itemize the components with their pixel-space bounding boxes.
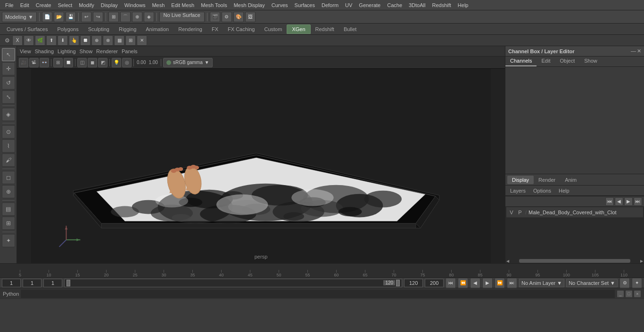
vp-shadow-btn[interactable]: 💡 — [112, 58, 121, 67]
menu-mesh-tools[interactable]: Mesh Tools — [198, 1, 230, 9]
channel-tab-object[interactable]: Object — [555, 57, 579, 66]
vp-grid-btn[interactable]: ⊞ — [53, 58, 63, 67]
save-scene-btn[interactable]: 💾 — [66, 12, 76, 22]
snap-curve-btn[interactable]: ⌒ — [120, 12, 131, 22]
component-btn[interactable]: ⊕ — [2, 185, 15, 198]
pb-step-fwd-btn[interactable]: ⏩ — [495, 278, 505, 288]
vp-menu-show[interactable]: Show — [80, 49, 93, 54]
vp-ao-btn[interactable]: ◎ — [122, 58, 132, 67]
display-sub-options[interactable]: Options — [530, 187, 554, 194]
char-set-extra-btn[interactable]: ✦ — [632, 278, 642, 288]
xgen-icon-9[interactable]: ⊗ — [103, 35, 113, 46]
menu-mesh-display[interactable]: Mesh Display — [231, 1, 268, 9]
viewport-render-btn[interactable]: 🖼 — [245, 12, 256, 22]
pb-go-start-btn[interactable]: ⏮ — [446, 278, 456, 288]
layer-scroll-right-btn[interactable]: ▶ — [639, 259, 644, 263]
pb-play-fwd-btn[interactable]: ▶ — [482, 278, 493, 288]
display-tab-anim[interactable]: Anim — [560, 176, 581, 184]
menu-create[interactable]: Create — [33, 1, 55, 9]
menu-windows[interactable]: Windows — [121, 1, 149, 9]
anim-end-val[interactable]: 200 — [425, 279, 444, 287]
layer-go-start-btn[interactable]: ⏮ — [605, 197, 614, 206]
vp-stereo-btn[interactable]: 👓 — [40, 58, 49, 67]
vp-cam-btn[interactable]: 🎥 — [19, 58, 28, 67]
tab-polygons[interactable]: Polygons — [52, 25, 83, 33]
xgen-icon-11[interactable]: ⊞ — [125, 35, 136, 46]
vp-smooth-btn[interactable]: ◼ — [88, 58, 97, 67]
tab-sculpting[interactable]: Sculpting — [83, 25, 114, 33]
menu-redshift[interactable]: Redshift — [429, 1, 454, 9]
xgen-icon-12[interactable]: ✕ — [137, 35, 147, 46]
tab-bullet[interactable]: Bullet — [339, 25, 362, 33]
display-tab-display[interactable]: Display — [507, 176, 534, 184]
xgen-icon-8[interactable]: ⊕ — [91, 35, 102, 46]
xgen-settings-icon[interactable]: ⚙ — [2, 35, 12, 46]
anim-layer-btn[interactable]: ⊞ — [2, 217, 15, 230]
xgen-icon-5[interactable]: ⬇ — [58, 35, 68, 46]
start-frame-field[interactable]: 1 — [23, 279, 41, 287]
select-tool-btn[interactable]: ↖ — [2, 48, 15, 61]
tab-fx[interactable]: FX — [207, 25, 223, 33]
open-scene-btn[interactable]: 📂 — [54, 12, 64, 22]
display-layer-btn[interactable]: ▤ — [2, 202, 15, 216]
menu-mesh[interactable]: Mesh — [149, 1, 168, 9]
soft-select-btn[interactable]: ⊙ — [2, 125, 15, 138]
menu-3dtotall[interactable]: 3DtoAll — [405, 1, 429, 9]
menu-help[interactable]: Help — [454, 1, 472, 9]
win-minimize-btn[interactable]: _ — [617, 290, 624, 298]
xgen-icon-7[interactable]: 🔲 — [80, 35, 91, 46]
xgen-tool-btn[interactable]: ✦ — [2, 234, 15, 247]
menu-display[interactable]: Display — [98, 1, 121, 9]
xgen-icon-10[interactable]: ▦ — [114, 35, 124, 46]
hypershade-btn[interactable]: 🎨 — [233, 12, 244, 22]
snap-to-poly-btn[interactable]: ◻ — [2, 171, 15, 184]
win-close-btn[interactable]: × — [634, 290, 641, 298]
live-surface-btn[interactable]: No Live Surface — [159, 12, 205, 22]
rotate-tool-btn[interactable]: ↺ — [2, 76, 15, 89]
menu-cache[interactable]: Cache — [384, 1, 405, 9]
tab-redshift[interactable]: Redshift — [311, 25, 339, 33]
win-maximize-btn[interactable]: □ — [625, 290, 633, 298]
vp-menu-lighting[interactable]: Lighting — [58, 49, 76, 54]
pb-step-back-btn[interactable]: ⏪ — [458, 278, 468, 288]
layer-h-thumb[interactable] — [519, 259, 630, 263]
xgen-icon-3[interactable]: 🌿 — [35, 35, 45, 46]
viewport[interactable]: View Shading Lighting Show Renderer Pane… — [17, 46, 505, 263]
snap-grid-btn[interactable]: ⊞ — [108, 12, 119, 22]
xgen-icon-1[interactable]: X — [12, 35, 23, 46]
menu-surfaces[interactable]: Surfaces — [291, 1, 318, 9]
layer-go-prev-btn[interactable]: ◀ — [615, 197, 623, 206]
snap-point-btn[interactable]: ⊕ — [132, 12, 142, 22]
render-settings-btn[interactable]: ⚙ — [222, 12, 232, 22]
tab-rigging[interactable]: Rigging — [114, 25, 141, 33]
menu-edit[interactable]: Edit — [17, 1, 33, 9]
anim-range-thumb-left[interactable] — [66, 280, 70, 286]
viewport-canvas[interactable]: persp — [17, 69, 505, 263]
vp-obj-btn[interactable]: 🔲 — [64, 58, 73, 67]
no-anim-layer-dropdown[interactable]: No Anim Layer ▼ — [519, 279, 564, 287]
new-scene-btn[interactable]: 📄 — [42, 12, 52, 22]
python-label[interactable]: Python — [3, 291, 19, 297]
channel-tab-edit[interactable]: Edit — [537, 57, 555, 66]
vp-gamma-select[interactable]: sRGB gamma ▼ — [163, 58, 213, 67]
layer-go-end-btn[interactable]: ⏭ — [634, 197, 642, 206]
no-character-set-dropdown[interactable]: No Character Set ▼ — [566, 279, 618, 287]
redo-btn[interactable]: ↪ — [93, 12, 103, 22]
right-panel-minimize-icon[interactable]: — — [631, 48, 636, 54]
vp-menu-shading[interactable]: Shading — [35, 49, 54, 54]
tab-rendering[interactable]: Rendering — [173, 25, 207, 33]
end-frame-field[interactable]: 1 — [43, 279, 62, 287]
vp-film-btn[interactable]: 📽 — [29, 58, 39, 67]
layer-row[interactable]: V P / Male_Dead_Body_Covered_with_Clot — [506, 207, 643, 218]
anim-range-thumb-right[interactable] — [396, 280, 400, 286]
vp-menu-panels[interactable]: Panels — [122, 49, 138, 54]
menu-edit-mesh[interactable]: Edit Mesh — [168, 1, 198, 9]
tab-curves-surfaces[interactable]: Curves / Surfaces — [2, 25, 52, 33]
menu-uv[interactable]: UV — [342, 1, 355, 9]
tab-animation[interactable]: Animation — [141, 25, 173, 33]
anim-range-bar[interactable]: 120 — [64, 279, 402, 287]
display-sub-help[interactable]: Help — [556, 187, 572, 194]
channel-tab-channels[interactable]: Channels — [505, 57, 537, 66]
menu-select[interactable]: Select — [55, 1, 76, 9]
display-tab-render[interactable]: Render — [534, 176, 560, 184]
